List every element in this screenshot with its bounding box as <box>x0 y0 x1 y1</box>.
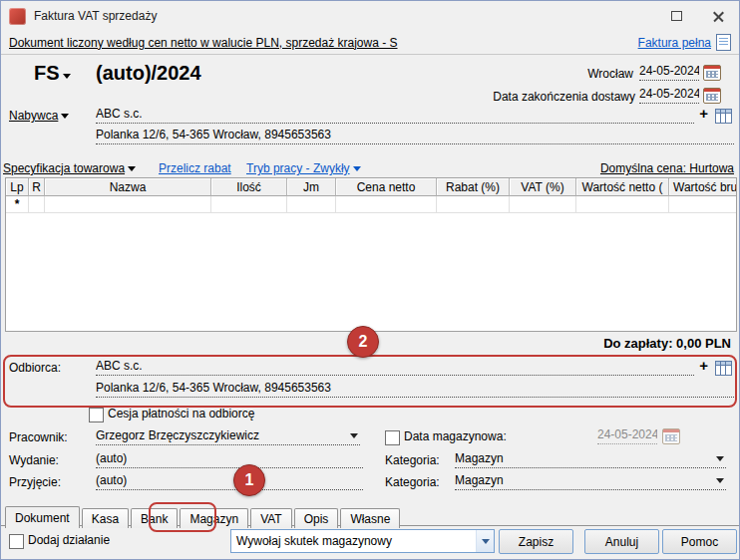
close-button[interactable] <box>697 1 739 31</box>
delivery-end-label: Data zakończenia dostawy <box>493 90 635 104</box>
default-price-link[interactable]: Domyślna cena: Hurtowa <box>600 161 734 175</box>
notebook-icon[interactable] <box>716 34 731 51</box>
info-bar: Dokument liczony według cen netto w walu… <box>1 31 739 55</box>
maximize-button[interactable] <box>655 1 697 31</box>
cession-checkbox[interactable] <box>89 408 104 422</box>
receiver-name-field[interactable]: ABC s.c. <box>96 358 694 376</box>
col-lp[interactable]: Lp <box>6 178 29 196</box>
col-rabat[interactable]: Rabat (%) <box>437 178 510 196</box>
help-button[interactable]: Pomoc <box>662 529 737 554</box>
cell-nazwa[interactable] <box>45 196 211 213</box>
cell-wartosc-netto[interactable] <box>576 196 669 213</box>
col-wartosc-netto[interactable]: Wartość netto ( <box>576 178 669 196</box>
recalc-discount-link[interactable]: Przelicz rabat <box>159 161 231 175</box>
warehouse-date-checkbox[interactable] <box>385 430 400 445</box>
category1-value: Magazyn <box>455 451 504 465</box>
city-field[interactable]: Wrocław <box>587 67 633 81</box>
new-item-row[interactable]: * <box>6 196 736 213</box>
col-cena-netto[interactable]: Cena netto <box>336 178 437 196</box>
app-icon <box>9 8 26 25</box>
buyer-add-button[interactable]: + <box>699 107 708 121</box>
full-invoice-link[interactable]: Faktura pełna <box>638 36 711 50</box>
window-controls <box>655 1 739 31</box>
cell-rabat[interactable] <box>437 196 510 213</box>
col-nazwa[interactable]: Nazwa <box>45 178 211 196</box>
items-table: Lp R Nazwa Ilość Jm Cena netto Rabat (%)… <box>5 177 737 332</box>
category2-combo[interactable]: Magazyn <box>455 472 726 490</box>
tab-dokument[interactable]: Dokument <box>5 506 80 528</box>
receiver-address-field[interactable]: Polanka 12/6, 54-365 Wrocław, 8945653563 <box>96 380 734 398</box>
new-row-marker: * <box>6 196 29 213</box>
issue-field[interactable]: (auto) <box>96 450 363 468</box>
delivery-date-calendar-icon[interactable] <box>703 88 721 104</box>
doc-type-dropdown-icon <box>63 74 71 79</box>
buyer-address-field[interactable]: Polanka 12/6, 54-365 Wrocław, 8945653563 <box>96 127 734 144</box>
items-table-header: Lp R Nazwa Ilość Jm Cena netto Rabat (%)… <box>6 178 736 196</box>
items-table-body[interactable]: * <box>6 196 736 331</box>
invoice-window: Faktura VAT sprzedaży Dokument liczony w… <box>0 0 740 560</box>
receipt-label: Przyjęcie: <box>9 475 61 489</box>
tab-wlasne[interactable]: Własne <box>340 508 400 528</box>
category1-combo[interactable]: Magazyn <box>455 450 726 468</box>
warehouse-date-field: 24-05-2024 <box>597 426 657 444</box>
warehouse-date-label[interactable]: Data magazynowa: <box>404 429 507 443</box>
receiver-label: Odbiorca: <box>9 361 61 375</box>
cell-r[interactable] <box>29 196 45 213</box>
receipt-field[interactable]: (auto) <box>96 472 363 490</box>
receiver-list-icon[interactable] <box>715 361 732 376</box>
cell-wartosc-brutto[interactable] <box>669 196 736 213</box>
warehouse-effect-combo[interactable]: Wywołaj skutek magazynowy <box>230 529 495 553</box>
doc-type-selector[interactable]: FS <box>34 62 71 85</box>
col-ilosc[interactable]: Ilość <box>211 178 287 196</box>
buyer-name-field[interactable]: ABC s.c. <box>96 106 694 124</box>
col-r[interactable]: R <box>29 178 45 196</box>
category2-dropdown-icon <box>716 478 724 483</box>
document-mode-link[interactable]: Dokument liczony według cen netto w walu… <box>9 36 398 50</box>
cession-label[interactable]: Cesja płatności na odbiorcę <box>108 407 254 420</box>
employee-combo[interactable]: Grzegorz Brzęczyszczykiewicz <box>96 427 360 445</box>
cell-cena-netto[interactable] <box>336 196 437 213</box>
receiver-add-button[interactable]: + <box>699 359 708 373</box>
add-action-checkbox[interactable] <box>9 534 24 549</box>
title-bar[interactable]: Faktura VAT sprzedaży <box>1 1 739 31</box>
issue-date-calendar-icon[interactable] <box>703 65 721 81</box>
total-due-label: Do zapłaty: 0,00 PLN <box>603 336 731 351</box>
tab-kasa[interactable]: Kasa <box>82 508 129 528</box>
col-jm[interactable]: Jm <box>287 178 336 196</box>
col-wartosc-brutto[interactable]: Wartość brutt <box>669 178 736 196</box>
col-vat[interactable]: VAT (%) <box>510 178 576 196</box>
category2-value: Magazyn <box>455 473 504 487</box>
save-button[interactable]: Zapisz <box>499 529 573 554</box>
cell-jm[interactable] <box>287 196 336 213</box>
tab-bank[interactable]: Bank <box>131 508 178 528</box>
cancel-button[interactable]: Anuluj <box>584 529 659 554</box>
buyer-dropdown-icon <box>61 114 69 119</box>
close-icon <box>713 11 724 22</box>
employee-value: Grzegorz Brzęczyszczykiewicz <box>96 428 259 442</box>
buyer-list-icon[interactable] <box>715 109 732 124</box>
category1-dropdown-icon <box>716 456 724 461</box>
doc-number[interactable]: (auto)/2024 <box>96 62 201 85</box>
doc-type-label: FS <box>34 62 60 84</box>
warehouse-effect-value: Wywołaj skutek magazynowy <box>236 534 392 548</box>
category1-label: Kategoria: <box>385 453 440 467</box>
cell-vat[interactable] <box>510 196 576 213</box>
delivery-end-date-field[interactable]: 24-05-2024 <box>639 86 699 104</box>
issue-date-field[interactable]: 24-05-2024 <box>639 63 699 81</box>
annotation-step-1: 1 <box>233 464 265 496</box>
add-action-label[interactable]: Dodaj działanie <box>28 533 110 547</box>
buyer-selector[interactable]: Nabywca <box>9 109 69 123</box>
work-mode-label: Tryb pracy - Zwykły <box>246 161 350 175</box>
specification-menu[interactable]: Specyfikacja towarowa <box>3 161 136 175</box>
work-mode-menu[interactable]: Tryb pracy - Zwykły <box>246 161 361 175</box>
work-mode-dropdown-icon <box>353 166 361 171</box>
tab-opis[interactable]: Opis <box>294 508 339 528</box>
combo-arrow-box[interactable] <box>476 530 494 552</box>
tab-vat[interactable]: VAT <box>250 508 292 528</box>
annotation-step-2: 2 <box>347 326 379 358</box>
issue-label: Wydanie: <box>9 453 59 467</box>
tab-strip: Dokument Kasa Bank Magazyn VAT Opis Włas… <box>5 506 402 528</box>
tab-magazyn[interactable]: Magazyn <box>180 508 248 528</box>
cell-ilosc[interactable] <box>211 196 287 213</box>
maximize-icon <box>671 11 682 21</box>
